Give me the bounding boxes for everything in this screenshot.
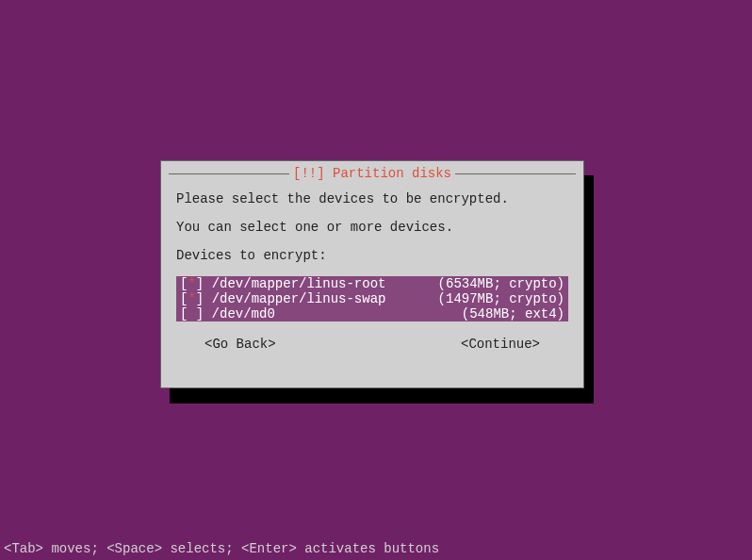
title-border-left: [169, 173, 289, 174]
prompt-line-1: Please select the devices to be encrypte…: [176, 191, 568, 206]
device-list: [*] /dev/mapper/linus-root(6534MB; crypt…: [176, 276, 568, 321]
dialog-title: [!!] Partition disks: [289, 166, 455, 181]
device-checkbox[interactable]: [*]: [180, 276, 212, 291]
dialog-content: Please select the devices to be encrypte…: [161, 161, 583, 367]
device-info: (548MB; ext4): [462, 306, 564, 321]
button-row: <Go Back> <Continue>: [176, 337, 568, 352]
device-path: /dev/mapper/linus-swap: [212, 291, 438, 306]
devices-label: Devices to encrypt:: [176, 248, 568, 263]
prompt-line-2: You can select one or more devices.: [176, 220, 568, 235]
continue-button[interactable]: <Continue>: [461, 337, 540, 352]
dialog-title-bar: [!!] Partition disks: [169, 167, 576, 180]
partition-disks-dialog: [!!] Partition disks Please select the d…: [160, 160, 584, 388]
device-checkbox[interactable]: [ ]: [180, 306, 212, 321]
device-row[interactable]: [*] /dev/mapper/linus-swap(1497MB; crypt…: [176, 291, 568, 306]
device-path: /dev/mapper/linus-root: [212, 276, 438, 291]
device-info: (6534MB; crypto): [438, 276, 564, 291]
device-path: /dev/md0: [212, 306, 462, 321]
device-checkbox[interactable]: [*]: [180, 291, 212, 306]
device-row[interactable]: [*] /dev/mapper/linus-root(6534MB; crypt…: [176, 276, 568, 291]
footer-hint: <Tab> moves; <Space> selects; <Enter> ac…: [4, 541, 439, 556]
title-border-right: [455, 173, 576, 174]
device-info: (1497MB; crypto): [438, 291, 564, 306]
go-back-button[interactable]: <Go Back>: [204, 337, 276, 352]
device-row[interactable]: [ ] /dev/md0(548MB; ext4): [176, 306, 568, 321]
